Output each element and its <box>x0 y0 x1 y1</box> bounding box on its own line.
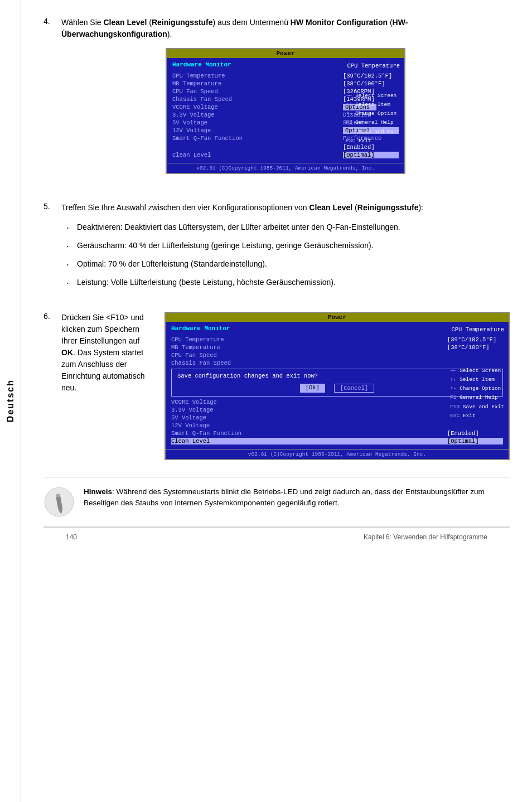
step4-text3: ) aus dem Untermenü <box>213 18 291 27</box>
note-box: Hinweis: Während des Systemneustarts bli… <box>43 477 510 527</box>
bullet-dot-1: • <box>67 225 71 233</box>
bios2-dialog-text: Save configuration changes and exit now? <box>177 373 497 379</box>
bullet-dot-3: • <box>67 262 71 270</box>
step5-bullets: • Deaktivieren: Deaktiviert das Lüftersy… <box>67 221 510 288</box>
bios1-cpu-temp-value: [39°C/102.5°F] <box>343 73 399 79</box>
sidebar-label: Deutsch <box>6 379 16 422</box>
step4-bold1: Clean Level <box>103 18 147 27</box>
step-5-number: 5. <box>43 202 55 295</box>
bullet-2: • Geräuscharm: 40 % der Lüfterleistung (… <box>67 240 510 252</box>
bios1-title: Power <box>167 49 404 58</box>
bios1-cpu-fan-label: CPU Fan Speed <box>172 88 343 95</box>
note-text: Hinweis: Während des Systemneustarts bli… <box>84 486 510 509</box>
bios2-clean-label: Clean Level <box>171 438 447 445</box>
bios1-chassis-fan-label: Chassis Fan Speed <box>172 96 343 103</box>
page-footer: 140 Kapitel 6: Verwenden der Hilfsprogra… <box>43 527 510 547</box>
main-content: 4. Wählen Sie Clean Level (Reinigungsstu… <box>21 0 532 802</box>
bios2-smart-label: Smart Q-Fan Function <box>171 430 447 437</box>
bios1-vcore-label: VCORE Voltage <box>172 104 343 110</box>
bios2-key-option: +- Change Option <box>450 384 504 393</box>
bios-screenshot-1: Power CPU Temperature Hardware Monitor C… <box>166 48 405 174</box>
step6-intro: Drücken Sie <F10> und klicken zum Speich… <box>61 313 144 345</box>
step-6: 6. Drücken Sie <F10> und klicken zum Spe… <box>43 312 510 460</box>
bios1-mb-temp-value: [38°C/100°F] <box>343 80 399 87</box>
bios1-key-item: ↑↓ Select Item <box>346 100 400 109</box>
bios2-ok-button[interactable]: [Ok] <box>300 384 325 393</box>
bullet-4: • Leistung: Volle Lüfterleistung (beste … <box>67 277 510 288</box>
bios1-key-screen: →← Select Screen <box>346 91 400 100</box>
bios2-mb-temp-value: [38°C/100°F] <box>447 344 503 351</box>
bios-screenshot-2: Power CPU Temperature Hardware Monitor C… <box>165 312 510 460</box>
note-icon <box>43 486 75 518</box>
bios2-row-smart: Smart Q-Fan Function [Enabled] <box>171 430 503 437</box>
bullet-dot-4: • <box>67 280 71 288</box>
step5-bold2: Reinigungsstufe <box>357 203 419 212</box>
bios1-row-mb-temp: MB Temperature [38°C/100°F] <box>172 80 399 87</box>
bios2-mb-temp-label: MB Temperature <box>171 344 447 351</box>
bios2-row-cpu-fan: CPU Fan Speed <box>171 352 503 359</box>
step-4-text: Wählen Sie Clean Level (Reinigungsstufe)… <box>61 17 510 40</box>
bios1-smart2-label <box>172 144 343 151</box>
bios2-key-exit: ESC Exit <box>450 412 504 421</box>
bios2-key-save: F10 Save and Exit <box>450 403 504 412</box>
bullet-text-3: Optimal: 70 % der Lüfterleistung (Standa… <box>77 258 267 270</box>
page-number: 140 <box>66 533 77 541</box>
note-content: : Während des Systemneustarts blinkt die… <box>84 487 485 507</box>
bios2-title: Power <box>166 313 509 322</box>
step4-text2: ( <box>147 18 152 27</box>
bios1-v33-label: 3.3V Voltage <box>172 112 343 118</box>
step5-text2: ( <box>352 203 357 212</box>
bios2-cpu-temp-label: CPU Temperature <box>171 336 447 343</box>
step5-text1: Treffen Sie Ihre Auswahl zwischen den vi… <box>61 203 309 212</box>
bios1-v12-label: 12V Voltage <box>172 127 343 134</box>
step4-text5: ). <box>167 30 172 38</box>
step-6-content: Drücken Sie <F10> und klicken zum Speich… <box>61 312 510 460</box>
step6-text: Drücken Sie <F10> und klicken zum Speich… <box>61 312 153 394</box>
bios2-vcore-label: VCORE Voltage <box>171 399 447 405</box>
bios2-cancel-button[interactable]: [Cancel] <box>334 384 374 393</box>
step4-bold2: Reinigungsstufe <box>152 18 213 27</box>
bios1-smart-label: Smart Q-Fan Function <box>172 135 343 142</box>
bullet-text-1: Deaktivieren: Deaktiviert das Lüftersyst… <box>77 221 400 233</box>
bios1-key-save: F10 Save and Exit <box>346 128 400 137</box>
bios2-footer: v02.61 (C)Copyright 1985-2011, American … <box>166 449 509 459</box>
step-6-number: 6. <box>43 312 55 460</box>
chapter-title: Kapitel 6: Verwenden der Hilfsprogramme <box>364 533 487 541</box>
bios2-cpu-fan-value <box>447 352 503 359</box>
bios2-dialog-buttons: [Ok] [Cancel] <box>177 384 497 393</box>
step4-bold3: HW Monitor Configuration <box>291 18 388 27</box>
bios1-v5-label: 5V Voltage <box>172 119 343 126</box>
bios2-key-item: ↑↓ Select Item <box>450 375 504 384</box>
note-svg-icon <box>43 486 75 518</box>
bios1-row-clean: Clean Level [Optimal] <box>172 152 399 158</box>
bios2-row-v12: 12V Voltage <box>171 422 503 429</box>
bios2-body: CPU Temperature Hardware Monitor CPU Tem… <box>166 322 509 449</box>
step6-layout: Drücken Sie <F10> und klicken zum Speich… <box>61 312 510 460</box>
bios1-keys: →← Select Screen ↑↓ Select Item +- Chang… <box>346 91 400 146</box>
bios2-key-screen: →← Select Screen <box>450 366 504 375</box>
bios1-footer: v02.61 (C)Copyright 1985-2011, American … <box>167 163 404 173</box>
bios2-chassis-fan-value <box>447 360 503 366</box>
step-4-content: Wählen Sie Clean Level (Reinigungsstufe)… <box>61 17 510 185</box>
bios1-key-option: +- Change Option <box>346 109 400 118</box>
bios2-chassis-fan-label: Chassis Fan Speed <box>171 360 447 366</box>
bios2-row-mb-temp: MB Temperature [38°C/100°F] <box>171 344 503 351</box>
bullet-text-2: Geräuscharm: 40 % der Lüfterleistung (ge… <box>77 240 374 252</box>
bios2-smart-value: [Enabled] <box>447 430 503 437</box>
bios2-right-panel: CPU Temperature <box>451 325 504 337</box>
bios1-key-help: F1 General Help <box>346 118 400 127</box>
bios1-key-exit: ESC Exit <box>346 137 400 146</box>
note-bold: Hinweis <box>84 487 112 496</box>
bios2-row-chassis-fan: Chassis Fan Speed <box>171 360 503 366</box>
bios1-right-panel: CPU Temperature <box>347 61 400 73</box>
bios2-row-clean: Clean Level [Optimal] <box>171 438 503 445</box>
step-5-content: Treffen Sie Ihre Auswahl zwischen den vi… <box>61 202 510 295</box>
bios2-clean-value: [Optimal] <box>447 438 503 445</box>
bios2-keys: →← Select Screen ↑↓ Select Item +- Chang… <box>450 366 504 421</box>
step-5: 5. Treffen Sie Ihre Auswahl zwischen den… <box>43 202 510 295</box>
bios1-clean-value: [Optimal] <box>343 152 399 158</box>
bios2-v12-label: 12V Voltage <box>171 422 503 429</box>
bullet-text-4: Leistung: Volle Lüfterleistung (beste Le… <box>77 277 336 288</box>
bios2-right-title: CPU Temperature <box>451 325 504 335</box>
step4-text4: ( <box>388 18 393 27</box>
